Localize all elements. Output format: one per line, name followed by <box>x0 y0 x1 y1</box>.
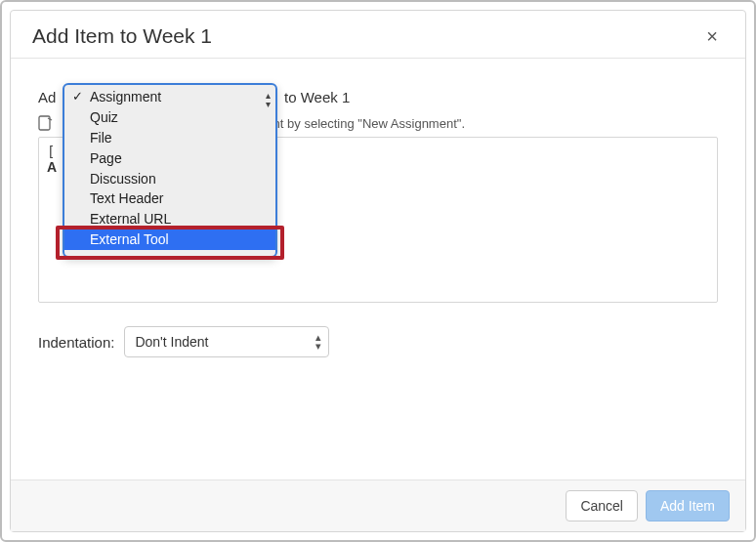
dropdown-option-external-tool[interactable]: External Tool <box>64 229 275 250</box>
dropdown-option-label: Quiz <box>90 109 118 125</box>
dropdown-option-label: Text Header <box>90 190 163 206</box>
dropdown-option-label: Assignment <box>90 89 161 104</box>
dropdown-option-label: File <box>90 130 112 146</box>
indentation-select[interactable]: Don't Indent <box>124 326 329 357</box>
modal-title: Add Item to Week 1 <box>32 24 212 48</box>
add-suffix-text: to Week 1 <box>284 89 350 105</box>
close-button[interactable]: × <box>700 24 724 48</box>
dropdown-option-file[interactable]: File <box>64 128 275 148</box>
modal-header: Add Item to Week 1 × <box>11 11 745 59</box>
new-assignment-icon <box>38 115 56 131</box>
dropdown-option-text-header[interactable]: Text Header <box>64 188 275 209</box>
dropdown-option-assignment[interactable]: Assignment <box>64 87 275 107</box>
close-icon: × <box>706 25 718 47</box>
add-item-button[interactable]: Add Item <box>646 490 730 521</box>
modal-footer: Cancel Add Item <box>11 479 745 531</box>
dropdown-option-page[interactable]: Page <box>64 148 275 169</box>
dropdown-option-discussion[interactable]: Discussion <box>64 169 275 189</box>
dropdown-option-external-url[interactable]: External URL <box>64 209 275 229</box>
dropdown-option-label: External Tool <box>90 231 169 247</box>
indentation-row: Indentation: Don't Indent <box>38 326 718 357</box>
type-dropdown[interactable]: Assignment Quiz File Page Discussion Tex… <box>63 83 277 258</box>
dropdown-option-label: External URL <box>90 211 171 227</box>
indentation-label: Indentation: <box>38 334 114 351</box>
indentation-select-wrap: Don't Indent <box>124 326 329 357</box>
modal-frame: Add Item to Week 1 × Ad to Week 1 with t… <box>0 0 756 542</box>
dropdown-option-label: Page <box>90 150 122 166</box>
dropdown-option-quiz[interactable]: Quiz <box>64 107 275 128</box>
cancel-button[interactable]: Cancel <box>566 490 638 521</box>
dropdown-option-label: Discussion <box>90 171 156 187</box>
